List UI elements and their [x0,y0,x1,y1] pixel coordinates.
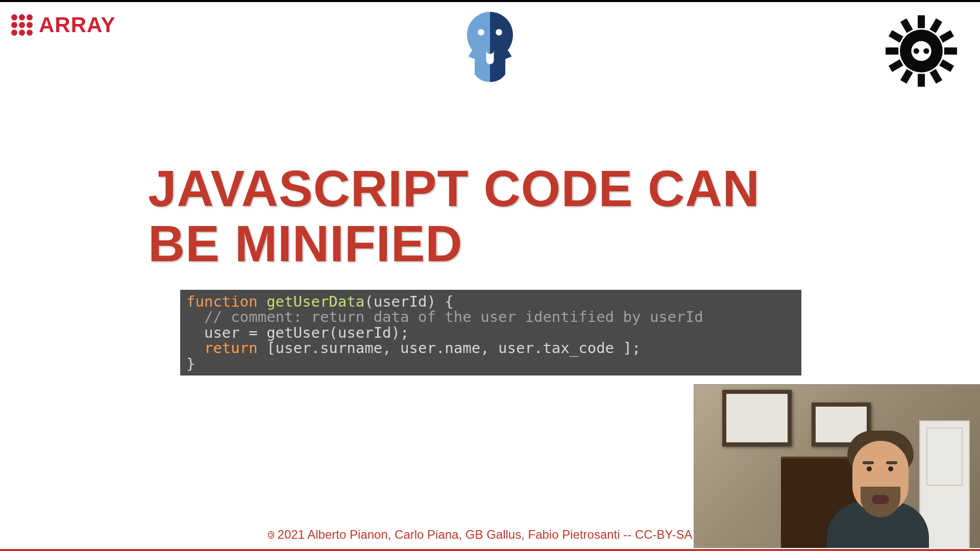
svg-rect-8 [939,30,954,43]
faces-logo-icon [458,11,522,85]
gear-icon [886,15,957,89]
code-body-4: [user.surname, user.name, user.tax_code … [258,339,641,357]
code-line-1: function getUserData(userId) { [186,294,795,309]
code-line-3: user = getUser(userId); [186,325,795,340]
code-line-2: // comment: return data of the user iden… [186,309,795,324]
comment-text: // comment: return data of the user iden… [204,308,703,325]
svg-rect-14 [900,18,913,33]
bottom-border [0,549,980,551]
brand-logo-left: ARRAY [11,13,115,37]
svg-rect-5 [886,47,898,55]
svg-rect-13 [889,30,903,43]
code-body-3: user = getUser(userId); [204,324,409,341]
top-border [0,0,980,2]
svg-rect-3 [918,15,925,28]
svg-rect-4 [918,74,925,87]
svg-point-1 [496,29,502,36]
speaker-figure [817,405,939,548]
svg-rect-9 [939,59,954,72]
keyword-function: function [186,293,258,310]
svg-rect-10 [929,69,942,84]
svg-rect-12 [889,59,903,72]
code-line-5: } [186,356,795,371]
svg-rect-11 [900,69,913,84]
code-line-4: return [user.surname, user.name, user.ta… [186,340,795,356]
brand-dots-icon [11,14,33,36]
wall-frame [722,390,792,446]
slide-title: JAVASCRIPT CODE CAN BE MINIFIED [148,161,796,271]
code-block: function getUserData(userId) { // commen… [180,290,801,375]
svg-point-16 [914,48,919,54]
brand-text: ARRAY [39,13,115,37]
webcam-overlay [694,384,980,548]
keyword-return: return [204,339,258,357]
svg-point-0 [478,29,484,36]
signature-rest: (userId) { [364,293,454,310]
svg-rect-6 [944,47,957,55]
function-name: getUserData [266,293,364,310]
svg-rect-7 [929,18,942,33]
svg-point-17 [923,48,929,54]
